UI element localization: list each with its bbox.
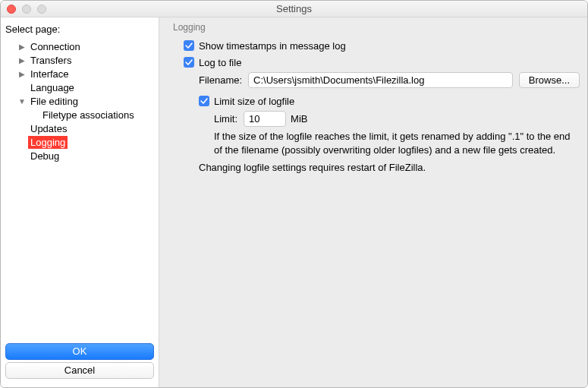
sidebar-item-transfers[interactable]: ▶ Transfers — [5, 53, 154, 67]
window-title: Settings — [1, 3, 587, 14]
sidebar-item-file-editing[interactable]: ▼ File editing — [5, 94, 154, 108]
sidebar: Select page: ▶ Connection ▶ Transfers ▶ … — [1, 17, 159, 387]
restart-note: Changing logfile settings requires resta… — [167, 161, 580, 175]
ok-button[interactable]: OK — [5, 343, 154, 360]
main-panel: Logging Show timestamps in message log L… — [159, 17, 587, 387]
browse-button[interactable]: Browse... — [519, 72, 580, 88]
limit-input[interactable] — [244, 111, 286, 127]
settings-window: Settings Select page: ▶ Connection ▶ Tra… — [0, 0, 588, 388]
log-to-file-row: Log to file — [167, 54, 580, 71]
filename-input[interactable] — [248, 72, 513, 88]
titlebar: Settings — [1, 1, 587, 17]
show-timestamps-row: Show timestamps in message log — [167, 37, 580, 54]
limit-row: Limit: MiB — [167, 111, 580, 127]
sidebar-item-debug[interactable]: Debug — [5, 149, 154, 162]
triangle-down-icon: ▼ — [16, 97, 28, 106]
check-icon — [200, 97, 208, 105]
limit-info-text: If the size of the logfile reaches the l… — [167, 130, 580, 156]
show-timestamps-label: Show timestamps in message log — [199, 40, 346, 52]
sidebar-item-connection[interactable]: ▶ Connection — [5, 39, 154, 53]
log-to-file-checkbox[interactable] — [184, 57, 194, 68]
limit-label: Limit: — [214, 113, 237, 125]
check-icon — [185, 42, 193, 49]
limit-size-checkbox[interactable] — [199, 96, 209, 106]
cancel-button[interactable]: Cancel — [5, 362, 154, 379]
sidebar-item-interface[interactable]: ▶ Interface — [5, 67, 154, 80]
sidebar-item-logging[interactable]: Logging — [5, 135, 154, 149]
sidebar-item-language[interactable]: Language — [5, 80, 154, 94]
log-to-file-label: Log to file — [199, 57, 241, 68]
check-icon — [185, 58, 193, 66]
filename-label: Filename: — [199, 74, 242, 86]
triangle-right-icon: ▶ — [16, 70, 28, 78]
page-tree: ▶ Connection ▶ Transfers ▶ Interface La — [4, 38, 156, 339]
limit-size-row: Limit size of logfile — [167, 93, 580, 109]
limit-unit: MiB — [291, 113, 307, 125]
sidebar-item-updates[interactable]: Updates — [5, 121, 154, 135]
sidebar-item-filetype-associations[interactable]: Filetype associations — [5, 108, 154, 121]
limit-size-label: Limit size of logfile — [214, 96, 294, 107]
panel-title: Logging — [167, 22, 580, 37]
select-page-label: Select page: — [4, 22, 156, 38]
filename-row: Filename: Browse... — [167, 72, 580, 88]
show-timestamps-checkbox[interactable] — [184, 40, 194, 51]
triangle-right-icon: ▶ — [16, 56, 28, 65]
triangle-right-icon: ▶ — [16, 43, 28, 51]
